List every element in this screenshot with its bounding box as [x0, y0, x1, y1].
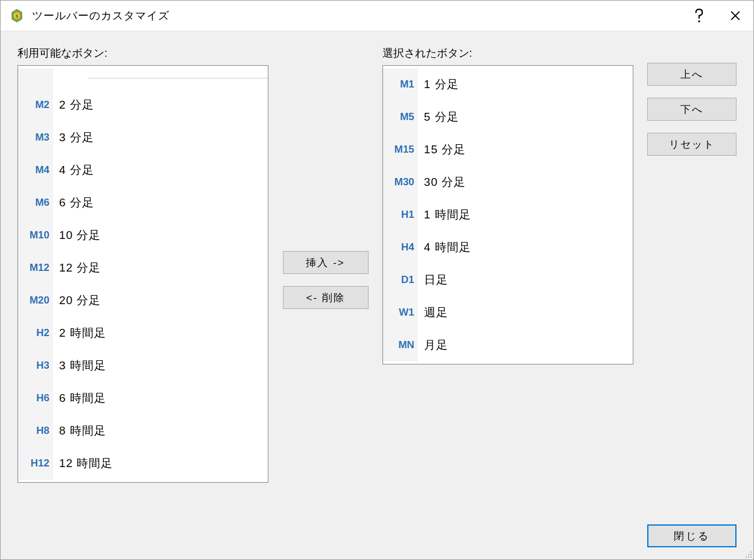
selected-item[interactable]: MN月足 — [383, 329, 633, 361]
timeframe-code: M2 — [18, 89, 53, 121]
available-item[interactable]: M44 分足 — [18, 154, 268, 186]
timeframe-code: MN — [383, 329, 418, 361]
timeframe-label: 4 分足 — [53, 162, 94, 178]
separator-item[interactable] — [18, 68, 268, 89]
order-buttons: 上へ 下へ リセット — [647, 63, 737, 156]
timeframe-label: 12 時間足 — [53, 456, 113, 471]
move-up-button[interactable]: 上へ — [647, 63, 737, 86]
selected-column: 選択されたボタン: M11 分足M55 分足M1515 分足M3030 分足H1… — [382, 46, 633, 364]
timeframe-code: M30 — [383, 166, 418, 199]
selected-item[interactable]: D1日足 — [383, 264, 633, 296]
available-item[interactable]: H22 時間足 — [18, 317, 268, 349]
timeframe-label: 週足 — [418, 305, 448, 320]
titlebar: $ ツールバーのカスタマイズ — [1, 1, 753, 31]
available-item[interactable]: M22 分足 — [18, 89, 268, 121]
timeframe-label: 8 時間足 — [53, 423, 106, 439]
timeframe-label: 2 分足 — [53, 97, 94, 113]
resize-grip-icon[interactable] — [743, 549, 752, 558]
svg-point-9 — [748, 556, 749, 558]
timeframe-code: M10 — [18, 219, 53, 252]
available-label: 利用可能なボタン: — [17, 46, 268, 60]
selected-item[interactable]: M3030 分足 — [383, 166, 633, 199]
timeframe-code: M3 — [18, 121, 53, 154]
timeframe-code: D1 — [383, 264, 418, 296]
selected-item[interactable]: M11 分足 — [383, 68, 633, 101]
timeframe-code: H8 — [18, 415, 53, 447]
svg-point-6 — [748, 554, 749, 555]
close-window-button[interactable] — [717, 1, 753, 31]
timeframe-code: M4 — [18, 154, 53, 186]
available-item[interactable]: M1010 分足 — [18, 219, 268, 252]
timeframe-label: 15 分足 — [418, 142, 466, 158]
timeframe-code: M20 — [18, 284, 53, 317]
timeframe-label: 4 時間足 — [418, 240, 471, 255]
timeframe-label: 月足 — [418, 337, 448, 353]
timeframe-label: 2 時間足 — [53, 325, 106, 341]
app-icon: $ — [9, 8, 25, 24]
selected-item[interactable]: W1週足 — [383, 296, 633, 329]
timeframe-code: H1 — [383, 199, 418, 231]
timeframe-label: 10 分足 — [53, 228, 101, 243]
timeframe-code: M12 — [18, 252, 53, 284]
available-item[interactable]: M2020 分足 — [18, 284, 268, 317]
svg-point-5 — [750, 552, 752, 553]
available-item[interactable]: H1212 時間足 — [18, 447, 268, 480]
timeframe-code: H12 — [18, 447, 53, 480]
move-down-button[interactable]: 下へ — [647, 98, 737, 121]
selected-item[interactable]: M1515 分足 — [383, 133, 633, 166]
available-item[interactable]: M66 分足 — [18, 186, 268, 219]
reset-button[interactable]: リセット — [647, 133, 737, 156]
available-item[interactable]: H88 時間足 — [18, 415, 268, 447]
timeframe-code: H3 — [18, 349, 53, 382]
dialog-buttons: 閉じる — [647, 524, 737, 547]
timeframe-label: 12 分足 — [53, 260, 101, 276]
timeframe-code: M6 — [18, 186, 53, 219]
client-area: 利用可能なボタン: M22 分足M33 分足M44 分足M66 分足M1010 … — [1, 31, 753, 559]
timeframe-code: M1 — [383, 68, 418, 101]
timeframe-label: 1 時間足 — [418, 207, 471, 223]
window-title: ツールバーのカスタマイズ — [32, 8, 681, 23]
svg-point-8 — [746, 556, 747, 558]
timeframe-label: 5 分足 — [418, 109, 459, 125]
timeframe-code: W1 — [383, 296, 418, 329]
available-item[interactable]: M1212 分足 — [18, 252, 268, 284]
timeframe-code: M5 — [383, 101, 418, 133]
timeframe-label: 6 時間足 — [53, 390, 106, 406]
timeframe-code: H2 — [18, 317, 53, 349]
timeframe-code: H4 — [383, 231, 418, 264]
selected-listbox[interactable]: M11 分足M55 分足M1515 分足M3030 分足H11 時間足H44 時… — [382, 65, 633, 364]
timeframe-label: 3 分足 — [53, 130, 94, 145]
selected-item[interactable]: H11 時間足 — [383, 199, 633, 231]
timeframe-code: H6 — [18, 382, 53, 415]
svg-point-2 — [698, 21, 700, 22]
available-item[interactable]: H33 時間足 — [18, 349, 268, 382]
timeframe-label: 6 分足 — [53, 195, 94, 211]
selected-item[interactable]: H44 時間足 — [383, 231, 633, 264]
available-item[interactable]: H66 時間足 — [18, 382, 268, 415]
transfer-buttons: 挿入 -> <- 削除 — [268, 251, 382, 309]
svg-point-7 — [750, 554, 752, 555]
svg-text:$: $ — [16, 13, 19, 19]
timeframe-label: 1 分足 — [418, 77, 459, 92]
close-button[interactable]: 閉じる — [647, 524, 737, 547]
insert-button[interactable]: 挿入 -> — [283, 251, 369, 274]
help-button[interactable] — [681, 1, 717, 31]
svg-point-10 — [750, 556, 752, 558]
selected-label: 選択されたボタン: — [382, 46, 633, 60]
available-column: 利用可能なボタン: M22 分足M33 分足M44 分足M66 分足M1010 … — [17, 46, 268, 483]
timeframe-label: 日足 — [418, 272, 448, 288]
selected-item[interactable]: M55 分足 — [383, 101, 633, 133]
available-item[interactable]: M33 分足 — [18, 121, 268, 154]
customize-toolbar-window: $ ツールバーのカスタマイズ 利用可能なボタン: — [0, 0, 754, 560]
remove-button[interactable]: <- 削除 — [283, 286, 369, 309]
available-listbox[interactable]: M22 分足M33 分足M44 分足M66 分足M1010 分足M1212 分足… — [17, 65, 268, 483]
timeframe-label: 30 分足 — [418, 174, 466, 190]
timeframe-label: 20 分足 — [53, 293, 101, 308]
timeframe-code: M15 — [383, 133, 418, 166]
timeframe-label: 3 時間足 — [53, 358, 106, 374]
